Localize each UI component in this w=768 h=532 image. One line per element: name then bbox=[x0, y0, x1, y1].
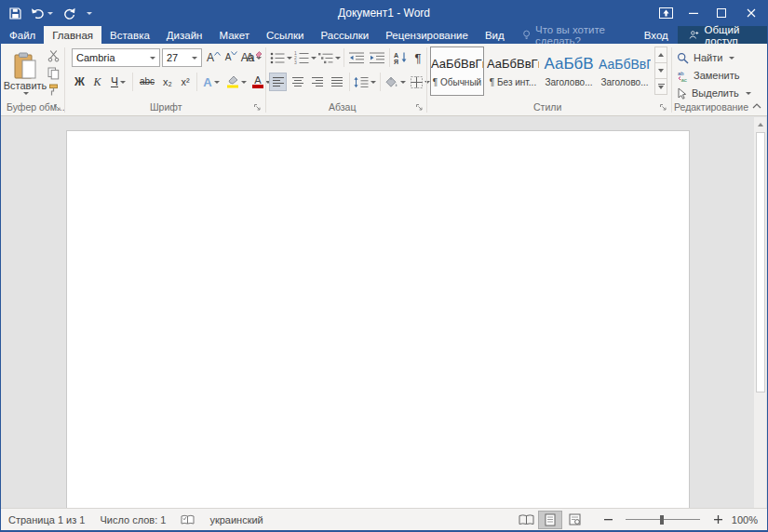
maximize-button[interactable] bbox=[707, 0, 735, 26]
copy-button[interactable] bbox=[46, 66, 61, 81]
cut-button[interactable] bbox=[46, 48, 61, 63]
bullets-button[interactable] bbox=[270, 48, 292, 67]
tab-insert[interactable]: Вставка bbox=[101, 26, 158, 44]
borders-button[interactable] bbox=[408, 73, 432, 91]
print-layout-button[interactable] bbox=[538, 511, 562, 529]
line-spacing-icon bbox=[354, 76, 369, 88]
multilevel-list-button[interactable] bbox=[318, 48, 341, 67]
underline-button[interactable]: Ч bbox=[107, 73, 129, 91]
chevron-up-icon bbox=[752, 103, 761, 109]
select-label: Выделить bbox=[692, 87, 739, 99]
dialog-launcher-icon bbox=[53, 103, 61, 112]
align-center-button[interactable] bbox=[289, 73, 306, 91]
shading-button[interactable] bbox=[383, 73, 407, 91]
highlighter-icon bbox=[226, 75, 239, 88]
numbering-button[interactable]: 123 bbox=[294, 48, 317, 67]
tab-mailings[interactable]: Рассылки bbox=[313, 26, 378, 44]
tab-review[interactable]: Рецензирование bbox=[377, 26, 477, 44]
zoom-out-button[interactable] bbox=[596, 511, 620, 529]
style-no-spacing[interactable]: АаБбВвГг, ¶ Без инт... bbox=[486, 47, 540, 96]
close-icon bbox=[747, 8, 756, 18]
sort-button[interactable]: АЯ bbox=[392, 48, 410, 67]
zoom-slider-thumb[interactable] bbox=[660, 515, 664, 525]
find-button[interactable]: Найти bbox=[677, 50, 734, 65]
read-mode-button[interactable] bbox=[514, 511, 538, 529]
collapse-ribbon-button[interactable] bbox=[749, 100, 764, 112]
styles-scroll-up-button[interactable] bbox=[654, 47, 667, 63]
font-group-label: Шрифт bbox=[150, 101, 182, 113]
tab-design[interactable]: Дизайн bbox=[158, 26, 211, 44]
clipboard-dialog-launcher[interactable] bbox=[53, 102, 62, 112]
tab-view[interactable]: Вид bbox=[477, 26, 513, 44]
find-label: Найти bbox=[694, 52, 722, 63]
italic-button[interactable]: К bbox=[89, 73, 105, 91]
font-dialog-launcher[interactable] bbox=[253, 102, 263, 112]
scroll-up-icon bbox=[658, 53, 664, 57]
align-left-button[interactable] bbox=[269, 73, 287, 91]
grow-font-button[interactable]: А bbox=[206, 48, 222, 67]
font-name-combobox[interactable]: Cambria bbox=[72, 48, 160, 67]
line-spacing-button[interactable] bbox=[353, 73, 377, 91]
style-heading2[interactable]: АаБбВвГ Заголово... bbox=[598, 47, 652, 96]
sort-icon: АЯ bbox=[394, 51, 408, 64]
svg-text:ac: ac bbox=[681, 77, 687, 82]
paste-button[interactable]: Вставить bbox=[6, 47, 45, 100]
replace-button[interactable]: abac Заменить bbox=[677, 68, 739, 83]
title-bar: Документ1 - Word bbox=[1, 0, 767, 26]
share-button[interactable]: Общий доступ bbox=[678, 26, 767, 44]
status-bar: Страница 1 из 1 Число слов: 1 украинский bbox=[1, 508, 767, 532]
subscript-button[interactable]: x₂ bbox=[159, 73, 176, 91]
styles-scroll-down-button[interactable] bbox=[654, 62, 667, 79]
minimize-button[interactable] bbox=[680, 0, 707, 26]
close-button[interactable] bbox=[735, 0, 767, 26]
word-count[interactable]: Число слов: 1 bbox=[92, 509, 173, 530]
align-right-button[interactable] bbox=[308, 73, 326, 91]
paste-dropdown-icon[interactable] bbox=[23, 92, 29, 95]
sign-in-button[interactable]: Вход bbox=[635, 26, 678, 44]
clear-formatting-button[interactable]: А bbox=[245, 49, 263, 66]
replace-icon: abac bbox=[677, 70, 689, 82]
select-button[interactable]: Выделить bbox=[677, 86, 751, 100]
text-effects-button[interactable]: А bbox=[200, 73, 222, 91]
font-name-dropdown-icon bbox=[150, 57, 155, 60]
format-painter-button[interactable] bbox=[46, 83, 61, 98]
shrink-font-button[interactable]: А bbox=[223, 48, 239, 67]
paragraph-dialog-launcher[interactable] bbox=[415, 102, 424, 112]
web-layout-button[interactable] bbox=[562, 511, 586, 529]
show-formatting-marks-button[interactable]: ¶ bbox=[411, 48, 425, 67]
style-normal[interactable]: АаБбВвГг, ¶ Обычный bbox=[430, 47, 484, 96]
scrollbar-thumb[interactable] bbox=[756, 132, 765, 392]
bullets-dropdown-icon bbox=[287, 57, 292, 60]
language-indicator[interactable]: украинский bbox=[202, 509, 270, 530]
decrease-indent-button[interactable] bbox=[347, 48, 366, 67]
pilcrow-icon: ¶ bbox=[415, 52, 422, 64]
styles-more-button[interactable] bbox=[654, 78, 667, 95]
ribbon-display-options-button[interactable] bbox=[652, 0, 680, 26]
document-page[interactable] bbox=[66, 130, 690, 508]
increase-indent-icon bbox=[370, 52, 384, 64]
font-size-combobox[interactable]: 27 bbox=[162, 48, 202, 67]
zoom-level-button[interactable]: 100% bbox=[730, 514, 767, 525]
line-spacing-dropdown-icon bbox=[371, 81, 376, 84]
strikethrough-button[interactable]: abc bbox=[136, 73, 158, 91]
tab-home[interactable]: Главная bbox=[44, 26, 101, 44]
proofing-status[interactable] bbox=[173, 509, 202, 530]
zoom-slider[interactable] bbox=[626, 514, 700, 525]
page-indicator[interactable]: Страница 1 из 1 bbox=[1, 509, 92, 530]
zoom-in-button[interactable] bbox=[706, 511, 730, 529]
style-heading1[interactable]: АаБбВ Заголово... bbox=[542, 47, 596, 96]
bold-button[interactable]: Ж bbox=[72, 73, 88, 91]
vertical-scrollbar[interactable] bbox=[754, 117, 766, 508]
tab-references[interactable]: Ссылки bbox=[258, 26, 313, 44]
tab-layout[interactable]: Макет bbox=[210, 26, 258, 44]
justify-icon bbox=[331, 77, 343, 86]
font-name-value: Cambria bbox=[76, 52, 115, 63]
scrollbar-up-button[interactable] bbox=[754, 118, 766, 130]
superscript-button[interactable]: x² bbox=[177, 73, 194, 91]
tell-me-box[interactable]: Что вы хотите сделать? bbox=[522, 26, 635, 44]
justify-button[interactable] bbox=[328, 73, 345, 91]
increase-indent-button[interactable] bbox=[368, 48, 386, 67]
tab-file[interactable]: Файл bbox=[1, 26, 44, 44]
styles-dialog-launcher[interactable] bbox=[659, 102, 668, 112]
highlight-color-button[interactable] bbox=[224, 73, 249, 91]
